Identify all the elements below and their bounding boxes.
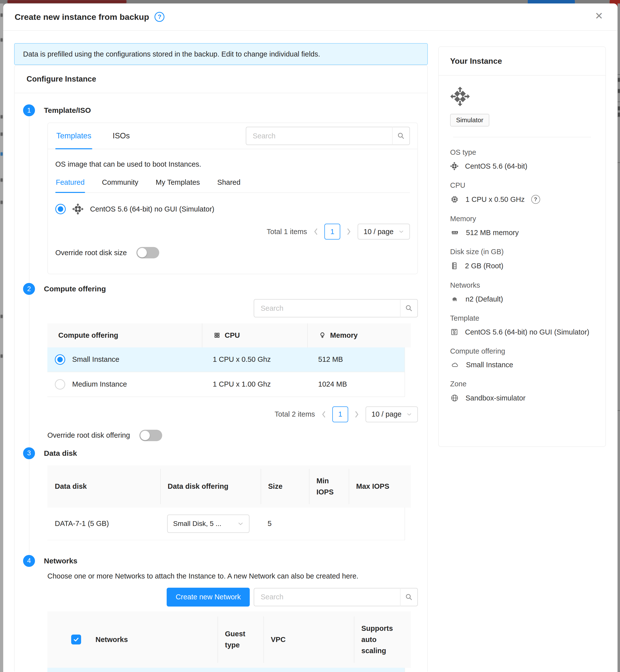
table-scrollbar[interactable] — [405, 668, 411, 672]
simulator-tag: Simulator — [450, 114, 489, 126]
cloud-icon — [450, 361, 460, 369]
filter-community[interactable]: Community — [101, 178, 139, 193]
next-page-icon[interactable] — [354, 410, 360, 419]
table-scrollbar[interactable] — [405, 508, 411, 540]
tab-isos[interactable]: ISOs — [112, 123, 131, 149]
create-new-network-button[interactable]: Create new Network — [167, 588, 250, 607]
template-icon — [450, 328, 459, 336]
appstore-icon — [213, 331, 221, 339]
column-memory: Memory — [307, 323, 405, 347]
template-iso-panel: Templates ISOs — [47, 122, 418, 274]
close-icon[interactable]: ✕ — [595, 11, 603, 21]
globe-icon — [450, 394, 459, 403]
summary-memory: Memory 512 MB memory — [450, 215, 594, 237]
next-page-icon[interactable] — [346, 227, 352, 236]
template-option-row[interactable]: CentOS 5.6 (64-bit) no GUI (Simulator) — [55, 203, 410, 215]
configure-instance-title: Configure Instance — [15, 65, 427, 93]
table-row[interactable]: + — [47, 668, 411, 672]
background-overlay-top — [0, 0, 620, 3]
page-number[interactable]: 1 — [324, 224, 340, 240]
disk-offering-select[interactable]: Small Disk, 5 ... — [167, 515, 250, 533]
table-row[interactable]: Small Instance 1 CPU x 0.50 Ghz 512 MB — [47, 347, 411, 372]
chevron-down-icon — [399, 229, 404, 234]
create-instance-modal: Create new instance from backup ? ✕ Data… — [3, 3, 618, 672]
radio-selected-icon[interactable] — [55, 354, 65, 365]
centos-logo-icon — [450, 87, 470, 106]
step-number-badge: 3 — [23, 447, 35, 459]
column-vpc: VPC — [263, 616, 354, 663]
search-icon[interactable] — [400, 588, 418, 606]
summary-os-type: OS type CentOS 5.6 (64-bit) — [450, 148, 594, 170]
summary-networks: Networks n2 (Default) — [450, 281, 594, 303]
background-logo-fragment — [7, 0, 126, 3]
chevron-down-icon — [407, 412, 412, 417]
step-networks: 4 Networks Choose one or more Networks t… — [23, 555, 418, 672]
column-cpu: CPU — [202, 323, 307, 347]
disk-icon — [450, 261, 459, 270]
bulb-icon — [319, 331, 326, 340]
filter-featured[interactable]: Featured — [55, 178, 85, 193]
compute-search-input[interactable] — [254, 299, 400, 317]
step-data-disk: 3 Data disk Data disk Data disk offering… — [23, 447, 418, 555]
network-search — [254, 588, 418, 606]
search-icon[interactable] — [392, 127, 410, 145]
ram-icon — [450, 228, 460, 237]
override-root-disk-size-row: Override root disk size — [55, 247, 410, 258]
networks-table: Networks Guest type VPC Supports auto sc… — [47, 612, 411, 672]
tab-templates[interactable]: Templates — [55, 123, 92, 149]
info-banner-text: Data is prefilled using the configuratio… — [23, 50, 320, 58]
column-data-disk: Data disk — [47, 469, 160, 504]
radio-selected-icon[interactable] — [55, 204, 66, 214]
summary-cpu: CPU 1 CPU x 0.50 GHz ? — [450, 181, 594, 204]
search-icon[interactable] — [400, 299, 418, 317]
summary-zone: Zone Sandbox-simulator — [450, 380, 594, 403]
centos-icon — [72, 203, 84, 215]
override-root-disk-offering-toggle[interactable] — [139, 430, 162, 441]
radio-unselected-icon[interactable] — [55, 379, 65, 390]
column-networks: Networks — [89, 616, 217, 663]
column-guest-type: Guest type — [217, 616, 263, 663]
column-auto-scaling: Supports auto scaling — [354, 616, 405, 663]
help-icon[interactable]: ? — [155, 12, 164, 22]
networks-description: Choose one or more Networks to attach th… — [47, 572, 418, 580]
background-overlay-right — [618, 3, 620, 672]
network-search-input[interactable] — [254, 588, 400, 606]
compute-search — [254, 299, 418, 317]
table-scrollbar[interactable] — [405, 347, 411, 397]
summary-compute-offering: Compute offering Small Instance — [450, 347, 594, 369]
filter-shared[interactable]: Shared — [217, 178, 241, 193]
centos-icon — [450, 162, 459, 170]
summary-template: Template CentOS 5.6 (64-bit) no GUI (Sim… — [450, 314, 594, 336]
modal-header: Create new instance from backup ? ✕ — [3, 3, 618, 31]
modal-title: Create new instance from backup — [15, 12, 149, 22]
chevron-down-icon — [238, 521, 244, 527]
template-search — [246, 127, 410, 145]
step-number-badge: 2 — [23, 283, 35, 295]
override-root-disk-offering-row: Override root disk offering — [47, 430, 418, 441]
divider — [453, 137, 591, 137]
your-instance-title: Your Instance — [439, 47, 605, 75]
override-root-disk-size-toggle[interactable] — [137, 247, 159, 258]
pagination-total: Total 2 items — [274, 410, 315, 418]
column-min-iops: Min IOPS — [309, 469, 349, 504]
compute-offering-table: Compute offering CPU — [47, 323, 411, 397]
template-search-input[interactable] — [246, 127, 392, 145]
prev-page-icon[interactable] — [313, 227, 318, 236]
table-row[interactable]: Medium Instance 1 CPU x 1.00 Ghz 1024 MB — [47, 372, 411, 397]
cpu-chip-icon — [450, 195, 459, 204]
template-filter-tabs: Featured Community My Templates Shared — [55, 178, 410, 193]
page-size-select[interactable]: 10 / page — [358, 224, 410, 240]
select-all-checkbox[interactable] — [71, 634, 81, 644]
page-size-select[interactable]: 10 / page — [366, 406, 418, 422]
data-disk-table: Data disk Data disk offering Size Min IO… — [47, 465, 411, 540]
column-data-disk-offering: Data disk offering — [160, 469, 261, 504]
network-port-icon — [450, 295, 459, 303]
template-option-label: CentOS 5.6 (64-bit) no GUI (Simulator) — [90, 205, 214, 213]
prev-page-icon[interactable] — [321, 410, 326, 419]
template-description: OS image that can be used to boot Instan… — [55, 160, 410, 168]
step-compute-offering: 2 Compute offering — [23, 283, 418, 447]
filter-my-templates[interactable]: My Templates — [155, 178, 200, 193]
cpu-help-icon[interactable]: ? — [531, 195, 540, 204]
page-number[interactable]: 1 — [332, 406, 348, 422]
your-instance-card: Your Instance Simulator OS type — [438, 46, 606, 447]
